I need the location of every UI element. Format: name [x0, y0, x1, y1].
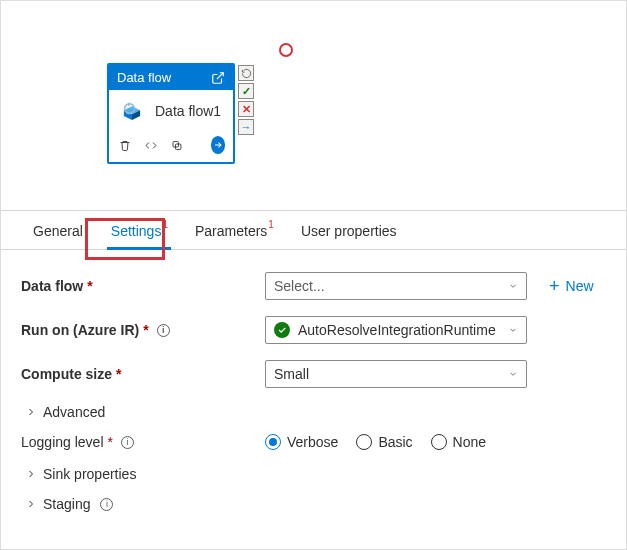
- open-external-icon[interactable]: [211, 71, 225, 85]
- chevron-down-icon: [508, 325, 518, 335]
- chevron-right-icon: [25, 406, 37, 418]
- dataflow-select[interactable]: Select...: [265, 272, 527, 300]
- plus-icon: +: [549, 277, 560, 295]
- radio-none[interactable]: None: [431, 434, 486, 450]
- radio-basic[interactable]: Basic: [356, 434, 412, 450]
- dependency-chips: ✓ ✕ →: [238, 65, 254, 135]
- settings-form: Data flow* Select... + New Run on (Azure…: [1, 250, 626, 522]
- chip-success-icon[interactable]: ✓: [238, 83, 254, 99]
- chevron-down-icon: [508, 281, 518, 291]
- node-footer: [109, 130, 233, 162]
- chevron-right-icon: [25, 498, 37, 510]
- error-count-badge: 1: [162, 219, 168, 230]
- compute-size-select[interactable]: Small: [265, 360, 527, 388]
- node-header[interactable]: Data flow: [109, 65, 233, 90]
- error-count-badge: 1: [268, 219, 274, 230]
- chip-failure-icon[interactable]: ✕: [238, 101, 254, 117]
- status-ok-icon: [274, 322, 290, 338]
- properties-tabs: General Settings1 Parameters1 User prope…: [1, 211, 626, 250]
- dataflow-label: Data flow*: [21, 278, 265, 294]
- tab-parameters[interactable]: Parameters1: [181, 211, 287, 249]
- dataflow-activity-node[interactable]: Data flow Data flow1: [107, 63, 235, 164]
- run-on-label: Run on (Azure IR)* i: [21, 322, 265, 338]
- delete-icon[interactable]: [119, 138, 131, 153]
- tab-user-properties[interactable]: User properties: [287, 211, 411, 249]
- info-icon[interactable]: i: [157, 324, 170, 337]
- pipeline-canvas[interactable]: Data flow Data flow1: [1, 1, 626, 211]
- node-title: Data flow1: [155, 103, 221, 119]
- info-icon[interactable]: i: [100, 498, 113, 511]
- tab-settings[interactable]: Settings1: [97, 211, 181, 249]
- advanced-expander[interactable]: Advanced: [25, 404, 604, 420]
- chip-skip-icon[interactable]: [238, 65, 254, 81]
- copy-icon[interactable]: [171, 138, 183, 153]
- compute-size-label: Compute size*: [21, 366, 265, 382]
- sink-properties-expander[interactable]: Sink properties: [25, 466, 604, 482]
- run-arrow-icon[interactable]: [211, 136, 225, 154]
- chevron-right-icon: [25, 468, 37, 480]
- validation-marker: [279, 43, 293, 57]
- logging-level-radios: Verbose Basic None: [265, 434, 486, 450]
- dataflow-cube-icon: [119, 100, 145, 122]
- node-type-label: Data flow: [117, 70, 171, 85]
- logging-level-label: Logging level* i: [21, 434, 265, 450]
- run-on-select[interactable]: AutoResolveIntegrationRuntime: [265, 316, 527, 344]
- node-body: Data flow1: [109, 90, 233, 130]
- tab-general[interactable]: General: [19, 211, 97, 249]
- new-dataflow-button[interactable]: + New: [549, 277, 594, 295]
- staging-expander[interactable]: Staging i: [25, 496, 604, 512]
- info-icon[interactable]: i: [121, 436, 134, 449]
- code-icon[interactable]: [145, 138, 157, 153]
- chip-completion-icon[interactable]: →: [238, 119, 254, 135]
- radio-verbose[interactable]: Verbose: [265, 434, 338, 450]
- chevron-down-icon: [508, 369, 518, 379]
